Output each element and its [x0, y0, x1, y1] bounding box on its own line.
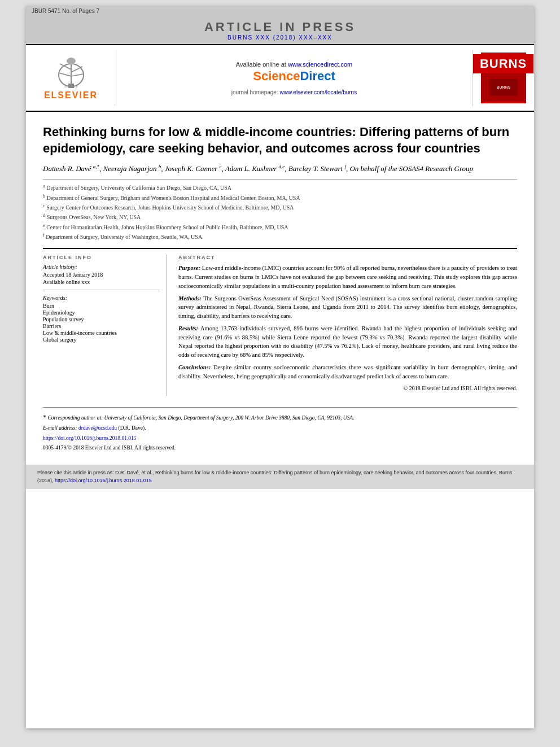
elsevier-tree-icon: ELSEVIER: [43, 53, 99, 89]
email-note: E-mail address: drdave@ucsd.edu (D.R. Da…: [43, 424, 517, 432]
keywords-group: Keywords: Burn Epidemiology Population s…: [43, 295, 160, 347]
abstract-purpose: Purpose: Low-and middle-income (LMIC) co…: [178, 264, 517, 290]
svg-text:BURNS: BURNS: [496, 85, 510, 89]
journal-ref: BURNS XXX (2018) XXX–XXX: [26, 34, 534, 43]
two-col-section: ARTICLE INFO Article history: Accepted 1…: [43, 248, 517, 396]
corresponding-author-text: Corresponding author at: University of C…: [47, 415, 354, 421]
corresponding-author-note: * Corresponding author at: University of…: [43, 412, 517, 422]
keyword-epidemiology: Epidemiology: [43, 309, 160, 316]
conclusions-label: Conclusions:: [178, 364, 211, 370]
footer-notes: * Corresponding author at: University of…: [26, 408, 534, 459]
abstract-text: Purpose: Low-and middle-income (LMIC) co…: [178, 264, 517, 392]
doi-link-note: https://doi.org/10.1016/j.burns.2018.01.…: [43, 434, 517, 442]
top-banner: JBUR 5471 No. of Pages 7: [26, 6, 534, 16]
email-link[interactable]: drdave@ucsd.edu: [78, 425, 117, 431]
article-info-heading: ARTICLE INFO: [43, 255, 160, 260]
doi-link[interactable]: https://doi.org/10.1016/j.burns.2018.01.…: [43, 435, 137, 441]
article-title: Rethinking burns for low & middle-income…: [43, 124, 517, 156]
article-page: JBUR 5471 No. of Pages 7 ARTICLE IN PRES…: [26, 6, 534, 728]
accepted-date: Accepted 18 January 2018: [43, 272, 160, 278]
keyword-lmic: Low & middle-income countries: [43, 330, 160, 336]
copyright: © 2018 Elsevier Ltd and ISBI. All rights…: [178, 384, 517, 392]
affiliation-d: d Surgeons OverSeas, New York, NY, USA: [43, 212, 517, 221]
sciencedirect-url[interactable]: www.sciencedirect.com: [288, 61, 352, 68]
journal-homepage: journal homepage: www.elsevier.com/locat…: [231, 89, 357, 95]
burns-logo: BURNS BURNS: [481, 53, 526, 103]
keywords-list: Burn Epidemiology Population survey Barr…: [43, 303, 160, 343]
citation-box: Please cite this article in press as: D.…: [26, 465, 534, 489]
affiliation-e: e Center for Humanitarian Health, Johns …: [43, 222, 517, 231]
affiliations: a Department of Surgery, University of C…: [43, 179, 517, 241]
abstract-col: ABSTRACT Purpose: Low-and middle-income …: [178, 255, 517, 396]
keyword-global-surgery: Global surgery: [43, 337, 160, 343]
svg-line-5: [59, 73, 71, 76]
star-icon: *: [43, 413, 46, 421]
available-online: Available online xxx: [43, 279, 160, 285]
article-history-group: Article history: Accepted 18 January 201…: [43, 264, 160, 290]
authors: Dattesh R. Davé a,*, Neeraja Nagarjan b,…: [43, 162, 517, 174]
results-label: Results:: [178, 325, 198, 331]
journal-homepage-url[interactable]: www.elsevier.com/locate/burns: [279, 89, 357, 95]
journal-header: ELSEVIER ELSEVIER Available online at ww…: [26, 44, 534, 112]
svg-point-7: [67, 58, 76, 64]
abstract-heading: ABSTRACT: [178, 255, 517, 260]
elsevier-logo-area: ELSEVIER ELSEVIER: [26, 50, 116, 106]
affiliation-b: b Department of General Surgery, Brigham…: [43, 193, 517, 202]
article-history-label: Article history:: [43, 264, 160, 270]
article-body: Rethinking burns for low & middle-income…: [26, 112, 534, 407]
purpose-text: Low-and middle-income (LMIC) countries a…: [178, 265, 517, 289]
keyword-population-survey: Population survey: [43, 316, 160, 322]
keyword-barriers: Barriers: [43, 323, 160, 329]
keyword-burn: Burn: [43, 303, 160, 309]
svg-line-6: [71, 74, 84, 76]
methods-text: The Surgeons OverSeas Assessment of Surg…: [178, 295, 517, 320]
aip-title: ARTICLE IN PRESS: [26, 20, 534, 34]
results-text: Among 13,763 individuals surveyed, 896 b…: [178, 325, 517, 358]
article-in-press-banner: ARTICLE IN PRESS BURNS XXX (2018) XXX–XX…: [26, 16, 534, 44]
purpose-label: Purpose:: [178, 265, 200, 271]
sciencedirect-title: ScienceDirect: [253, 69, 335, 84]
journal-ref-left: JBUR 5471 No. of Pages 7: [32, 8, 99, 14]
email-suffix: (D.R. Davé).: [118, 425, 146, 431]
keywords-label: Keywords:: [43, 295, 160, 301]
svg-line-4: [71, 67, 82, 72]
abstract-conclusions: Conclusions: Despite similar country soc…: [178, 363, 517, 381]
methods-label: Methods:: [178, 295, 202, 302]
journal-center-area: Available online at www.sciencedirect.co…: [116, 50, 472, 106]
citation-doi-link[interactable]: https://doi.org/10.1016/j.burns.2018.01.…: [55, 478, 152, 483]
issn-note: 0305-4179/© 2018 Elsevier Ltd and ISBI. …: [43, 444, 517, 452]
burns-logo-area: BURNS BURNS: [472, 50, 534, 106]
available-online-text: Available online at www.sciencedirect.co…: [236, 61, 352, 68]
abstract-results: Results: Among 13,763 individuals survey…: [178, 324, 517, 360]
article-info-col: ARTICLE INFO Article history: Accepted 1…: [43, 255, 167, 396]
elsevier-label: ELSEVIER: [44, 90, 98, 101]
abstract-methods: Methods: The Surgeons OverSeas Assessmen…: [178, 294, 517, 321]
svg-text:ELSEVIER: ELSEVIER: [64, 85, 78, 88]
affiliation-c: c Surgery Center for Outcomes Research, …: [43, 203, 517, 212]
affiliation-f: f Department of Surgery, University of W…: [43, 232, 517, 241]
affiliation-a: a Department of Surgery, University of C…: [43, 183, 517, 192]
conclusions-text: Despite similar country socioeconomic ch…: [178, 364, 517, 379]
